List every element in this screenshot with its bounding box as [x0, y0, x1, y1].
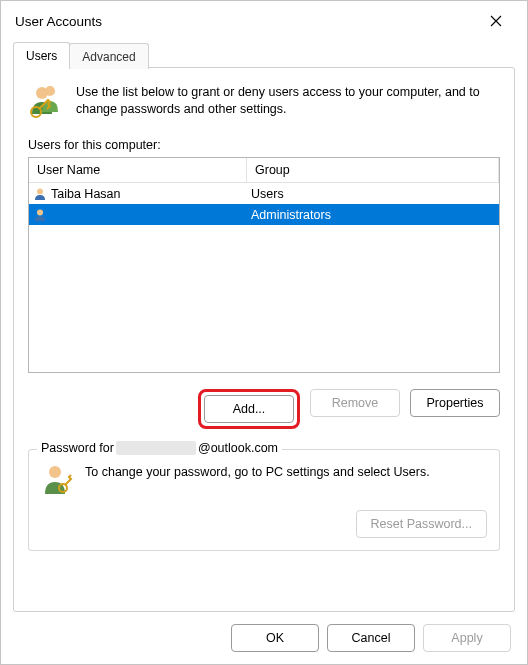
svg-point-3 — [37, 188, 43, 194]
apply-button: Apply — [423, 624, 511, 652]
col-group[interactable]: Group — [247, 158, 499, 182]
add-highlight: Add... — [198, 389, 300, 429]
user-accounts-dialog: User Accounts Users Advanced Use the lis… — [0, 0, 528, 665]
reset-password-button: Reset Password... — [356, 510, 487, 538]
dialog-footer: OK Cancel Apply — [1, 612, 527, 664]
titlebar: User Accounts — [1, 1, 527, 41]
remove-button: Remove — [310, 389, 400, 417]
add-button[interactable]: Add... — [204, 395, 294, 423]
user-icon — [33, 208, 47, 222]
intro-row: Use the list below to grant or deny user… — [28, 84, 500, 120]
svg-point-4 — [37, 209, 43, 215]
list-label: Users for this computer: — [28, 138, 500, 152]
intro-text: Use the list below to grant or deny user… — [76, 84, 500, 120]
ok-button[interactable]: OK — [231, 624, 319, 652]
users-keys-icon — [28, 84, 64, 120]
tab-row: Users Advanced — [1, 41, 527, 67]
list-button-row: Add... Remove Properties — [28, 389, 500, 429]
table-row[interactable]: Taiba Hasan Users — [29, 183, 499, 204]
password-text: To change your password, go to PC settin… — [85, 464, 487, 481]
list-header: User Name Group — [29, 158, 499, 183]
cancel-button[interactable]: Cancel — [327, 624, 415, 652]
password-legend-prefix: Password for — [41, 441, 114, 455]
window-title: User Accounts — [9, 14, 473, 29]
svg-point-5 — [49, 466, 61, 478]
tab-advanced[interactable]: Advanced — [69, 43, 148, 69]
user-list[interactable]: User Name Group Taiba Hasan Users Admini… — [28, 157, 500, 373]
password-legend: Password for @outlook.com — [37, 441, 282, 455]
col-username[interactable]: User Name — [29, 158, 247, 182]
close-button[interactable] — [473, 5, 519, 37]
user-name-cell: Taiba Hasan — [51, 187, 121, 201]
tab-users[interactable]: Users — [13, 42, 70, 68]
user-group-cell: Users — [247, 186, 499, 202]
password-legend-suffix: @outlook.com — [198, 441, 278, 455]
svg-point-1 — [45, 86, 55, 96]
properties-button[interactable]: Properties — [410, 389, 500, 417]
password-fieldset: Password for @outlook.com To change your… — [28, 449, 500, 551]
user-group-cell: Administrators — [247, 207, 499, 223]
close-icon — [490, 15, 502, 27]
table-row[interactable]: Administrators — [29, 204, 499, 225]
user-key-icon — [41, 464, 73, 496]
password-user-redacted — [116, 441, 196, 455]
user-icon — [33, 187, 47, 201]
tab-panel: Use the list below to grant or deny user… — [13, 67, 515, 612]
